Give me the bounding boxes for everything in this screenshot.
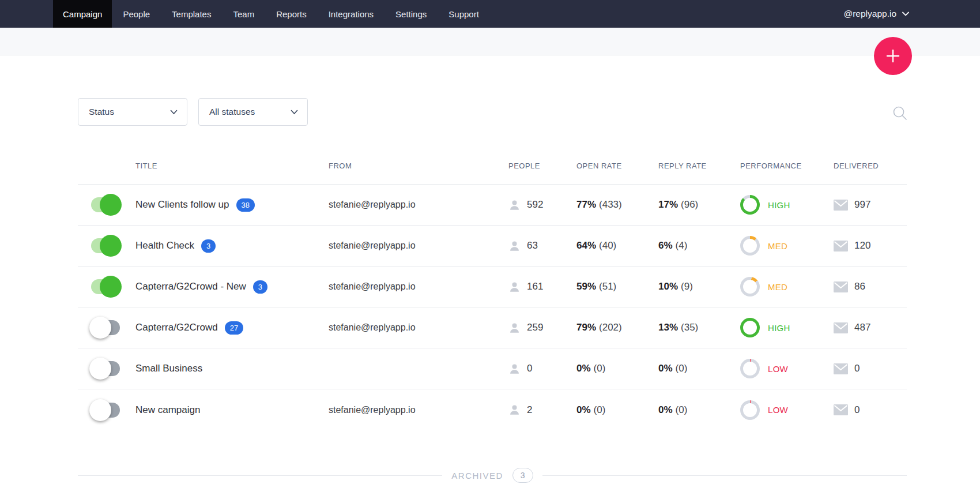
people-count: 2	[527, 404, 532, 416]
reply-rate-count: (96)	[681, 199, 698, 211]
performance-label: LOW	[768, 405, 788, 415]
campaign-toggle[interactable]	[91, 403, 120, 418]
open-rate-count: (0)	[594, 363, 606, 374]
performance-donut	[740, 195, 760, 215]
reply-rate-count: (4)	[676, 240, 688, 252]
nav-item-label: Templates	[172, 9, 211, 19]
person-icon	[508, 240, 521, 252]
performance-donut	[740, 277, 760, 296]
all-statuses-dropdown[interactable]: All statuses	[198, 98, 308, 126]
column-header: REPLY RATE	[658, 162, 740, 184]
delivered-count: 0	[854, 404, 860, 416]
campaign-toggle[interactable]	[91, 361, 120, 376]
filters-bar: Status All statuses	[78, 98, 308, 126]
open-rate-count: (202)	[599, 322, 622, 333]
envelope-icon	[834, 404, 848, 415]
open-rate-percent: 79%	[576, 322, 596, 333]
person-icon	[508, 363, 521, 375]
campaign-toggle[interactable]	[91, 197, 120, 212]
status-dropdown[interactable]: Status	[78, 98, 187, 126]
campaigns-table: TITLE FROM PEOPLE OPEN RATE REPLY RATE P…	[78, 126, 907, 430]
top-nav: Campaign People Templates Team Reports I…	[0, 0, 980, 28]
performance-donut	[740, 236, 760, 256]
column-header: PEOPLE	[508, 162, 576, 184]
performance-label: MED	[768, 241, 787, 251]
toggle-knob	[89, 399, 111, 421]
column-header: OPEN RATE	[576, 162, 658, 184]
reply-rate-percent: 13%	[658, 322, 678, 333]
archived-expander[interactable]: ARCHIVED 3	[451, 468, 533, 483]
toggle-knob	[100, 194, 122, 216]
archived-section: ARCHIVED 3	[78, 465, 907, 486]
person-icon	[508, 281, 521, 293]
performance-label: HIGH	[768, 200, 790, 210]
new-campaign-button[interactable]	[874, 37, 912, 75]
envelope-icon	[834, 322, 848, 333]
open-rate-percent: 0%	[576, 363, 591, 374]
nav-item[interactable]: Campaign	[53, 0, 112, 28]
envelope-icon	[834, 363, 848, 374]
campaign-toggle[interactable]	[91, 238, 120, 253]
reply-rate-count: (9)	[681, 281, 693, 292]
from-email: stefanie@replyapp.io	[329, 405, 508, 415]
all-statuses-dropdown-value: All statuses	[209, 107, 255, 117]
performance-donut	[740, 359, 760, 378]
campaign-row[interactable]: Health Check 3 stefanie@replyapp.io 63 6…	[78, 226, 907, 266]
divider-line	[78, 475, 442, 476]
people-count: 0	[527, 363, 532, 374]
delivered-count: 120	[854, 240, 870, 252]
nav-item[interactable]: Integrations	[318, 0, 385, 28]
toggle-knob	[100, 276, 122, 298]
toggle-knob	[89, 358, 111, 380]
reply-rate-percent: 0%	[658, 363, 673, 374]
nav-item-label: Settings	[395, 9, 427, 19]
nav-item[interactable]: Settings	[385, 0, 438, 28]
reply-rate-count: (0)	[676, 404, 688, 416]
campaign-row[interactable]: New Clients follow up 38 stefanie@replya…	[78, 185, 907, 226]
person-icon	[508, 404, 521, 416]
account-menu[interactable]: @replyapp.io	[843, 0, 909, 28]
campaign-row[interactable]: Capterra/G2Crowd 27 stefanie@replyapp.io…	[78, 307, 907, 348]
status-dropdown-value: Status	[89, 107, 114, 117]
campaign-toggle[interactable]	[91, 320, 120, 335]
nav-item[interactable]: Support	[438, 0, 490, 28]
nav-item[interactable]: Team	[222, 0, 265, 28]
archived-label: ARCHIVED	[451, 471, 503, 481]
campaign-title: Capterra/G2Crowd - New	[135, 281, 246, 292]
from-email: stefanie@replyapp.io	[329, 241, 508, 251]
from-email: stefanie@replyapp.io	[329, 200, 508, 210]
nav-item-label: Team	[233, 9, 254, 19]
reply-rate-percent: 6%	[658, 240, 673, 252]
person-icon	[508, 322, 521, 334]
nav-item[interactable]: Reports	[265, 0, 318, 28]
campaign-title: Health Check	[135, 240, 194, 252]
chevron-down-icon	[291, 110, 298, 115]
people-count: 592	[527, 199, 543, 211]
performance-label: MED	[768, 282, 787, 292]
campaign-toggle[interactable]	[91, 279, 120, 294]
open-rate-count: (40)	[599, 240, 616, 252]
open-rate-percent: 64%	[576, 240, 596, 252]
performance-donut	[740, 318, 760, 337]
nav-item[interactable]: Templates	[161, 0, 222, 28]
campaign-row[interactable]: Capterra/G2Crowd - New 3 stefanie@replya…	[78, 266, 907, 307]
from-email: stefanie@replyapp.io	[329, 281, 508, 292]
campaign-title: New campaign	[135, 404, 200, 416]
plus-icon	[885, 48, 900, 63]
nav-item-label: Support	[448, 9, 479, 19]
column-header: DELIVERED	[834, 162, 907, 184]
open-rate-percent: 77%	[576, 199, 596, 211]
nav-item[interactable]: People	[112, 0, 161, 28]
header-spacer	[78, 170, 135, 184]
open-rate-percent: 0%	[576, 404, 591, 416]
person-icon	[508, 199, 521, 211]
table-body: New Clients follow up 38 stefanie@replya…	[78, 185, 907, 430]
table-header: TITLE FROM PEOPLE OPEN RATE REPLY RATE P…	[78, 126, 907, 185]
campaign-row[interactable]: New campaign stefanie@replyapp.io 2 0% (…	[78, 389, 907, 430]
open-rate-count: (51)	[599, 281, 616, 292]
archived-count-badge: 3	[512, 468, 533, 483]
envelope-icon	[834, 200, 848, 211]
search-button[interactable]	[890, 104, 910, 123]
campaign-row[interactable]: Small Business 0 0% (0) 0% (	[78, 348, 907, 389]
toggle-knob	[100, 235, 122, 257]
